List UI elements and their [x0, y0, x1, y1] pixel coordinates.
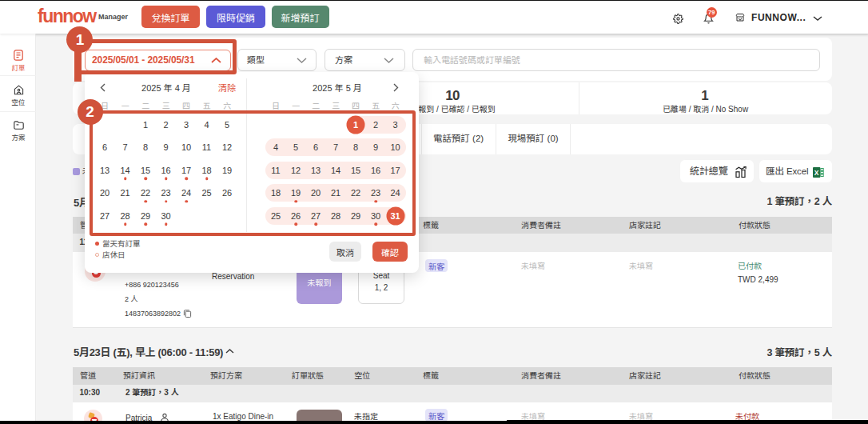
svg-text:X: X	[814, 169, 819, 177]
